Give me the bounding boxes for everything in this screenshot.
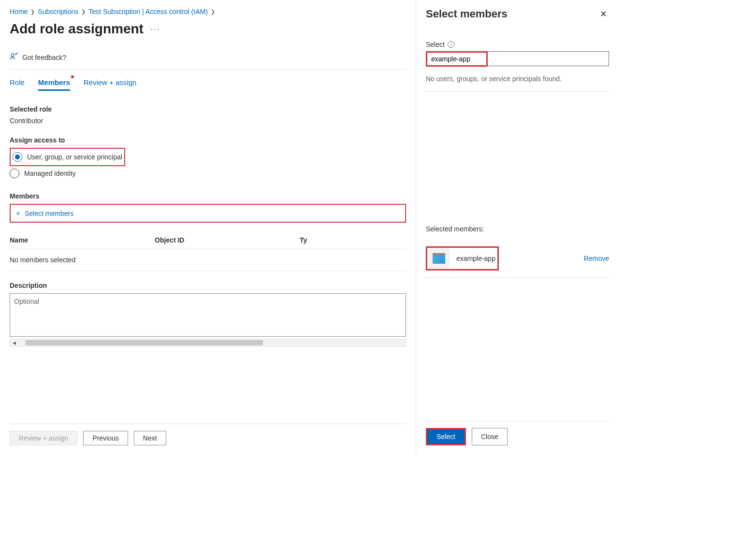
feedback-icon xyxy=(10,52,18,62)
radio-user-group-sp[interactable]: User, group, or service principal xyxy=(13,150,122,164)
tab-members-label: Members xyxy=(38,78,70,86)
member-search-input[interactable] xyxy=(427,53,486,65)
more-menu-icon[interactable]: ··· xyxy=(150,24,160,34)
select-members-link[interactable]: ＋ Select members xyxy=(13,206,75,221)
chevron-right-icon: ❯ xyxy=(211,9,215,15)
selected-member-item[interactable]: example-app xyxy=(428,248,495,269)
col-name: Name xyxy=(10,236,135,244)
chevron-right-icon: ❯ xyxy=(81,9,86,15)
description-textarea[interactable] xyxy=(10,293,406,337)
col-type: Ty xyxy=(300,236,307,244)
info-icon[interactable]: i xyxy=(448,41,454,48)
scroll-left-icon[interactable]: ◀ xyxy=(10,341,18,345)
app-icon xyxy=(428,248,450,269)
no-results-message: No users, groups, or service principals … xyxy=(426,66,609,92)
close-icon[interactable]: ✕ xyxy=(598,7,609,21)
selected-members-label: Selected members: xyxy=(426,225,609,233)
selected-role-label: Selected role xyxy=(10,105,406,113)
close-button[interactable]: Close xyxy=(472,428,508,445)
tabs: Role Members Review + assign xyxy=(10,78,406,91)
assign-access-label: Assign access to xyxy=(10,136,406,144)
tab-review[interactable]: Review + assign xyxy=(84,78,137,91)
radio-managed-identity[interactable]: Managed identity xyxy=(10,166,406,181)
select-field-label: Select i xyxy=(426,41,609,48)
tab-indicator-dot xyxy=(71,75,74,78)
radio-user-label: User, group, or service principal xyxy=(27,153,122,161)
breadcrumb-current[interactable]: Test Subscription | Access control (IAM) xyxy=(88,8,207,15)
previous-button[interactable]: Previous xyxy=(83,431,128,445)
feedback-link[interactable]: Got feedback? xyxy=(10,48,406,70)
plus-icon: ＋ xyxy=(15,209,22,218)
review-assign-button[interactable]: Review + assign xyxy=(10,431,77,445)
svg-point-0 xyxy=(11,54,14,57)
remove-member-link[interactable]: Remove xyxy=(584,255,609,262)
scroll-thumb[interactable] xyxy=(26,340,263,345)
search-input-extension[interactable] xyxy=(488,51,609,66)
description-label: Description xyxy=(10,282,406,289)
page-title: Add role assignment xyxy=(10,21,144,37)
member-name: example-app xyxy=(456,255,495,262)
members-empty-row: No members selected xyxy=(10,249,406,271)
members-section-label: Members xyxy=(10,192,406,200)
radio-unchecked-icon xyxy=(10,169,19,178)
chevron-right-icon: ❯ xyxy=(30,9,35,15)
next-button[interactable]: Next xyxy=(134,431,166,445)
select-button[interactable]: Select xyxy=(427,429,465,444)
panel-title: Select members xyxy=(426,8,508,20)
col-object-id: Object ID xyxy=(155,236,280,244)
radio-mi-label: Managed identity xyxy=(24,170,76,177)
select-members-text: Select members xyxy=(25,210,73,217)
feedback-label: Got feedback? xyxy=(22,54,66,61)
breadcrumb-subscriptions[interactable]: Subscriptions xyxy=(38,8,78,15)
radio-checked-icon xyxy=(13,152,22,162)
tab-role[interactable]: Role xyxy=(10,78,25,91)
breadcrumb: Home ❯ Subscriptions ❯ Test Subscription… xyxy=(10,8,406,15)
members-table-header: Name Object ID Ty xyxy=(10,231,406,249)
selected-role-value: Contributor xyxy=(10,117,406,125)
select-label-text: Select xyxy=(426,41,445,48)
breadcrumb-home[interactable]: Home xyxy=(10,8,28,15)
horizontal-scrollbar[interactable]: ◀ xyxy=(10,339,406,347)
tab-members[interactable]: Members xyxy=(38,78,70,91)
